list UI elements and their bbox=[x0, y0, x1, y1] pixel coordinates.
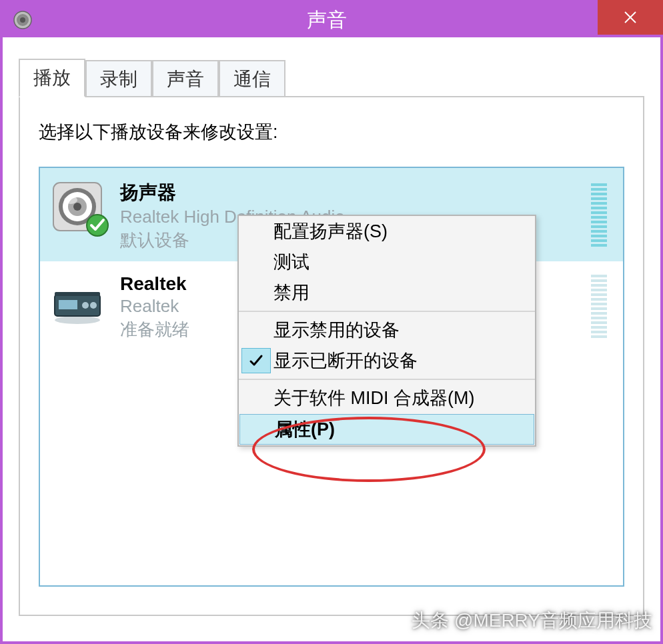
tab-recording[interactable]: 录制 bbox=[85, 60, 152, 99]
ctx-show-disconnected[interactable]: 显示已断开的设备 bbox=[239, 345, 535, 376]
tab-panel-playback: 选择以下播放设备来修改设置: bbox=[19, 96, 644, 616]
ctx-separator bbox=[239, 379, 535, 380]
app-icon bbox=[12, 9, 33, 31]
tab-playback[interactable]: 播放 bbox=[19, 59, 85, 97]
svg-point-16 bbox=[90, 302, 97, 309]
client-area: 播放 录制 声音 通信 选择以下播放设备来修改设置: bbox=[3, 37, 660, 616]
window-title: 声音 bbox=[33, 7, 660, 34]
receiver-icon bbox=[51, 273, 104, 327]
svg-point-10 bbox=[64, 196, 77, 204]
svg-point-9 bbox=[73, 203, 81, 211]
level-meter bbox=[591, 183, 607, 249]
ctx-check-empty bbox=[239, 248, 273, 276]
svg-rect-14 bbox=[59, 300, 77, 309]
tab-communications[interactable]: 通信 bbox=[219, 60, 285, 99]
instruction-text: 选择以下播放设备来修改设置: bbox=[39, 120, 624, 144]
tab-strip: 播放 录制 声音 通信 bbox=[19, 57, 644, 96]
ctx-show-disabled[interactable]: 显示禁用的设备 bbox=[239, 315, 535, 345]
ctx-check-empty bbox=[239, 279, 273, 307]
close-button[interactable] bbox=[598, 0, 663, 35]
svg-point-12 bbox=[55, 316, 100, 324]
playback-device-list[interactable]: 扬声器 Realtek High Definition Audio 默认设备 bbox=[39, 167, 624, 587]
context-menu: 配置扬声器(S) 测试 禁用 显示禁用的设备 bbox=[237, 215, 536, 447]
svg-point-2 bbox=[20, 17, 25, 23]
ctx-properties[interactable]: 属性(P) bbox=[239, 414, 534, 445]
ctx-check-empty bbox=[239, 217, 273, 245]
ctx-test[interactable]: 测试 bbox=[239, 247, 535, 277]
ctx-check-empty bbox=[239, 316, 273, 344]
ctx-disable[interactable]: 禁用 bbox=[239, 277, 535, 308]
device-name: 扬声器 bbox=[120, 180, 591, 205]
speaker-icon bbox=[51, 180, 104, 233]
tab-sounds[interactable]: 声音 bbox=[152, 60, 219, 99]
svg-rect-17 bbox=[55, 292, 100, 296]
checkmark-icon bbox=[241, 348, 271, 373]
svg-point-15 bbox=[82, 302, 89, 309]
titlebar: 声音 bbox=[3, 3, 660, 37]
ctx-configure-speakers[interactable]: 配置扬声器(S) bbox=[239, 216, 535, 247]
ctx-check-empty bbox=[239, 384, 273, 412]
ctx-about-midi[interactable]: 关于软件 MIDI 合成器(M) bbox=[239, 383, 535, 413]
watermark-text: 头条 @MERRY音频应用科技 bbox=[412, 608, 652, 633]
default-badge-icon bbox=[85, 213, 109, 237]
ctx-separator bbox=[239, 311, 535, 312]
sound-dialog-window: 声音 播放 录制 声音 通信 选择以下播放设备来修改设置: bbox=[0, 0, 663, 644]
ctx-check-empty bbox=[240, 415, 275, 443]
level-meter bbox=[591, 275, 607, 340]
